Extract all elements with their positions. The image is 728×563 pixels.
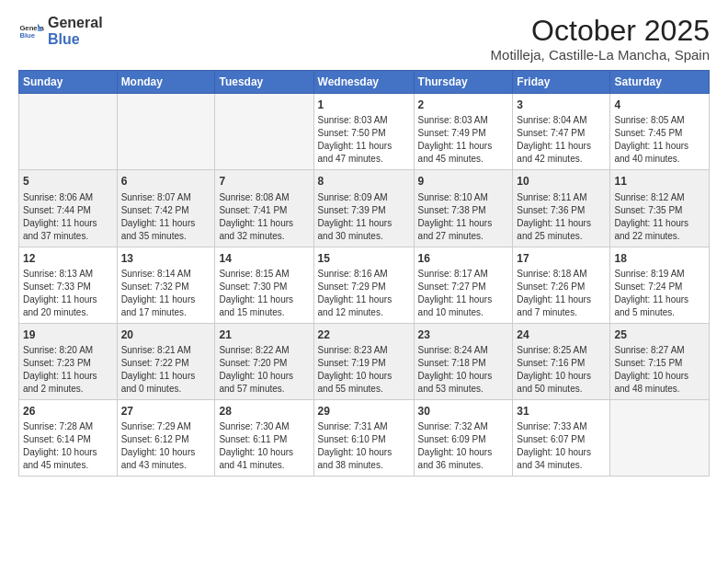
calendar-week-row: 12Sunrise: 8:13 AMSunset: 7:33 PMDayligh… xyxy=(19,247,710,323)
day-info: Sunrise: 7:31 AMSunset: 6:10 PMDaylight:… xyxy=(318,420,410,472)
day-info: Sunrise: 8:20 AMSunset: 7:23 PMDaylight:… xyxy=(23,344,113,396)
day-info: Sunrise: 8:19 AMSunset: 7:24 PMDaylight:… xyxy=(614,268,705,319)
calendar-week-row: 5Sunrise: 8:06 AMSunset: 7:44 PMDaylight… xyxy=(19,170,710,247)
day-info: Sunrise: 8:25 AMSunset: 7:16 PMDaylight:… xyxy=(517,344,606,396)
day-number: 6 xyxy=(121,174,211,189)
calendar-cell: 3Sunrise: 8:04 AMSunset: 7:47 PMDaylight… xyxy=(513,94,610,170)
header: General Blue General Blue October 2025 M… xyxy=(18,15,710,63)
calendar-cell: 14Sunrise: 8:15 AMSunset: 7:30 PMDayligh… xyxy=(215,247,313,323)
day-number: 8 xyxy=(318,174,410,189)
day-info: Sunrise: 8:27 AMSunset: 7:15 PMDaylight:… xyxy=(614,344,705,396)
day-info: Sunrise: 8:15 AMSunset: 7:30 PMDaylight:… xyxy=(219,268,309,319)
calendar-cell: 31Sunrise: 7:33 AMSunset: 6:07 PMDayligh… xyxy=(513,399,610,476)
day-number: 22 xyxy=(318,327,410,342)
calendar-dow-tuesday: Tuesday xyxy=(215,71,313,94)
day-info: Sunrise: 8:06 AMSunset: 7:44 PMDaylight:… xyxy=(23,191,113,243)
day-number: 27 xyxy=(121,404,211,419)
day-number: 20 xyxy=(121,327,211,342)
calendar-cell: 17Sunrise: 8:18 AMSunset: 7:26 PMDayligh… xyxy=(513,247,610,323)
page: General Blue General Blue October 2025 M… xyxy=(0,0,728,563)
day-info: Sunrise: 8:12 AMSunset: 7:35 PMDaylight:… xyxy=(614,191,705,243)
day-info: Sunrise: 8:16 AMSunset: 7:29 PMDaylight:… xyxy=(318,268,410,319)
calendar-cell: 15Sunrise: 8:16 AMSunset: 7:29 PMDayligh… xyxy=(313,247,414,323)
calendar-cell xyxy=(117,94,215,170)
day-number: 28 xyxy=(219,404,309,419)
calendar-week-row: 1Sunrise: 8:03 AMSunset: 7:50 PMDaylight… xyxy=(19,94,710,170)
calendar-cell: 2Sunrise: 8:03 AMSunset: 7:49 PMDaylight… xyxy=(414,94,513,170)
calendar-cell: 12Sunrise: 8:13 AMSunset: 7:33 PMDayligh… xyxy=(19,247,118,323)
calendar-cell: 22Sunrise: 8:23 AMSunset: 7:19 PMDayligh… xyxy=(313,323,414,399)
calendar-cell: 28Sunrise: 7:30 AMSunset: 6:11 PMDayligh… xyxy=(215,399,313,476)
day-info: Sunrise: 8:11 AMSunset: 7:36 PMDaylight:… xyxy=(517,191,606,243)
day-number: 23 xyxy=(418,327,509,342)
day-info: Sunrise: 7:30 AMSunset: 6:11 PMDaylight:… xyxy=(219,420,309,472)
day-number: 30 xyxy=(418,404,509,419)
day-number: 2 xyxy=(418,98,509,112)
day-info: Sunrise: 8:09 AMSunset: 7:39 PMDaylight:… xyxy=(318,191,410,243)
calendar-cell: 13Sunrise: 8:14 AMSunset: 7:32 PMDayligh… xyxy=(117,247,215,323)
logo-icon: General Blue xyxy=(18,18,44,44)
calendar-cell: 24Sunrise: 8:25 AMSunset: 7:16 PMDayligh… xyxy=(513,323,610,399)
day-info: Sunrise: 8:13 AMSunset: 7:33 PMDaylight:… xyxy=(23,268,113,319)
day-number: 29 xyxy=(318,404,410,419)
day-info: Sunrise: 8:08 AMSunset: 7:41 PMDaylight:… xyxy=(219,191,309,243)
day-number: 9 xyxy=(418,174,509,189)
calendar-cell: 11Sunrise: 8:12 AMSunset: 7:35 PMDayligh… xyxy=(610,170,710,247)
day-info: Sunrise: 8:04 AMSunset: 7:47 PMDaylight:… xyxy=(517,114,606,166)
logo: General Blue General Blue xyxy=(18,15,103,47)
calendar-cell: 9Sunrise: 8:10 AMSunset: 7:38 PMDaylight… xyxy=(414,170,513,247)
day-info: Sunrise: 8:10 AMSunset: 7:38 PMDaylight:… xyxy=(418,191,509,243)
day-info: Sunrise: 8:18 AMSunset: 7:26 PMDaylight:… xyxy=(517,268,606,319)
calendar-cell: 19Sunrise: 8:20 AMSunset: 7:23 PMDayligh… xyxy=(19,323,118,399)
calendar-cell: 30Sunrise: 7:32 AMSunset: 6:09 PMDayligh… xyxy=(414,399,513,476)
calendar-cell: 29Sunrise: 7:31 AMSunset: 6:10 PMDayligh… xyxy=(313,399,414,476)
day-info: Sunrise: 7:32 AMSunset: 6:09 PMDaylight:… xyxy=(418,420,509,472)
main-title: October 2025 xyxy=(491,15,710,47)
calendar-cell: 1Sunrise: 8:03 AMSunset: 7:50 PMDaylight… xyxy=(313,94,414,170)
calendar-cell xyxy=(215,94,313,170)
calendar-dow-thursday: Thursday xyxy=(414,71,513,94)
calendar-cell xyxy=(610,399,710,476)
day-number: 14 xyxy=(219,251,309,266)
day-info: Sunrise: 8:05 AMSunset: 7:45 PMDaylight:… xyxy=(614,114,705,166)
calendar-cell: 21Sunrise: 8:22 AMSunset: 7:20 PMDayligh… xyxy=(215,323,313,399)
calendar-cell: 16Sunrise: 8:17 AMSunset: 7:27 PMDayligh… xyxy=(414,247,513,323)
day-info: Sunrise: 8:24 AMSunset: 7:18 PMDaylight:… xyxy=(418,344,509,396)
calendar-cell: 25Sunrise: 8:27 AMSunset: 7:15 PMDayligh… xyxy=(610,323,710,399)
day-number: 26 xyxy=(23,404,113,419)
day-info: Sunrise: 8:14 AMSunset: 7:32 PMDaylight:… xyxy=(121,268,211,319)
calendar-cell: 26Sunrise: 7:28 AMSunset: 6:14 PMDayligh… xyxy=(19,399,118,476)
day-number: 11 xyxy=(614,174,705,189)
day-number: 18 xyxy=(614,251,705,266)
day-number: 5 xyxy=(23,174,113,189)
day-number: 10 xyxy=(517,174,606,189)
calendar-dow-friday: Friday xyxy=(513,71,610,94)
logo-general-text: General xyxy=(48,15,103,31)
calendar-dow-wednesday: Wednesday xyxy=(313,71,414,94)
calendar-cell: 23Sunrise: 8:24 AMSunset: 7:18 PMDayligh… xyxy=(414,323,513,399)
day-number: 3 xyxy=(517,98,606,112)
day-info: Sunrise: 7:29 AMSunset: 6:12 PMDaylight:… xyxy=(121,420,211,472)
subtitle: Motilleja, Castille-La Mancha, Spain xyxy=(491,47,710,63)
calendar-cell: 10Sunrise: 8:11 AMSunset: 7:36 PMDayligh… xyxy=(513,170,610,247)
calendar-cell: 27Sunrise: 7:29 AMSunset: 6:12 PMDayligh… xyxy=(117,399,215,476)
calendar-cell xyxy=(19,94,118,170)
day-number: 4 xyxy=(614,98,705,112)
calendar-cell: 18Sunrise: 8:19 AMSunset: 7:24 PMDayligh… xyxy=(610,247,710,323)
day-info: Sunrise: 8:23 AMSunset: 7:19 PMDaylight:… xyxy=(318,344,410,396)
day-number: 1 xyxy=(318,98,410,112)
calendar-week-row: 19Sunrise: 8:20 AMSunset: 7:23 PMDayligh… xyxy=(19,323,710,399)
day-number: 13 xyxy=(121,251,211,266)
calendar-header-row: SundayMondayTuesdayWednesdayThursdayFrid… xyxy=(19,71,710,94)
day-number: 19 xyxy=(23,327,113,342)
logo-blue-text: Blue xyxy=(48,31,103,48)
day-number: 12 xyxy=(23,251,113,266)
day-number: 21 xyxy=(219,327,309,342)
svg-text:Blue: Blue xyxy=(19,31,35,40)
day-info: Sunrise: 8:07 AMSunset: 7:42 PMDaylight:… xyxy=(121,191,211,243)
calendar-cell: 20Sunrise: 8:21 AMSunset: 7:22 PMDayligh… xyxy=(117,323,215,399)
calendar-cell: 4Sunrise: 8:05 AMSunset: 7:45 PMDaylight… xyxy=(610,94,710,170)
day-info: Sunrise: 7:28 AMSunset: 6:14 PMDaylight:… xyxy=(23,420,113,472)
day-info: Sunrise: 8:03 AMSunset: 7:49 PMDaylight:… xyxy=(418,114,509,166)
day-number: 7 xyxy=(219,174,309,189)
